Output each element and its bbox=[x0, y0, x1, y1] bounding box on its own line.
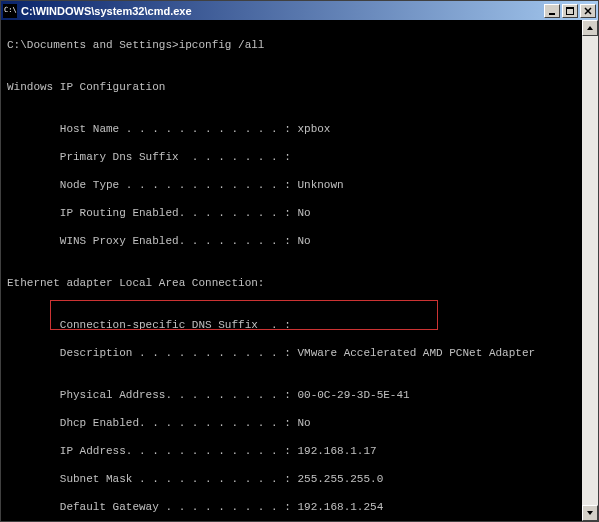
output-line: Ethernet adapter Local Area Connection: bbox=[7, 276, 592, 290]
output-line: Connection-specific DNS Suffix . : bbox=[7, 318, 592, 332]
maximize-button[interactable] bbox=[562, 4, 578, 18]
close-button[interactable] bbox=[580, 4, 596, 18]
scroll-down-button[interactable] bbox=[582, 505, 598, 521]
cmd-window: C:\WINDOWS\system32\cmd.exe C:\Documents… bbox=[0, 0, 599, 522]
output-line: IP Address. . . . . . . . . . . . : 192.… bbox=[7, 444, 592, 458]
output-line: C:\Documents and Settings>ipconfig /all bbox=[7, 38, 592, 52]
output-line: Node Type . . . . . . . . . . . . : Unkn… bbox=[7, 178, 592, 192]
prompt: C:\Documents and Settings> bbox=[7, 39, 179, 51]
output-line: Description . . . . . . . . . . . : VMwa… bbox=[7, 346, 592, 360]
window-title: C:\WINDOWS\system32\cmd.exe bbox=[21, 5, 544, 17]
console-output[interactable]: C:\Documents and Settings>ipconfig /all … bbox=[1, 20, 598, 521]
cmd-icon bbox=[3, 4, 17, 18]
chevron-down-icon bbox=[586, 509, 594, 517]
output-line: WINS Proxy Enabled. . . . . . . . : No bbox=[7, 234, 592, 248]
output-line: Physical Address. . . . . . . . . : 00-0… bbox=[7, 388, 592, 402]
scroll-up-button[interactable] bbox=[582, 20, 598, 36]
output-line: Primary Dns Suffix . . . . . . . : bbox=[7, 150, 592, 164]
scroll-track[interactable] bbox=[582, 36, 598, 505]
output-line: Default Gateway . . . . . . . . . : 192.… bbox=[7, 500, 592, 514]
vertical-scrollbar[interactable] bbox=[582, 20, 598, 521]
titlebar[interactable]: C:\WINDOWS\system32\cmd.exe bbox=[1, 1, 598, 20]
output-line: Subnet Mask . . . . . . . . . . . : 255.… bbox=[7, 472, 592, 486]
command-text: ipconfig /all bbox=[179, 39, 265, 51]
output-line: Host Name . . . . . . . . . . . . : xpbo… bbox=[7, 122, 592, 136]
output-line: Dhcp Enabled. . . . . . . . . . . : No bbox=[7, 416, 592, 430]
output-line: Windows IP Configuration bbox=[7, 80, 592, 94]
chevron-up-icon bbox=[586, 24, 594, 32]
maximize-icon bbox=[566, 7, 574, 15]
window-controls bbox=[544, 4, 596, 18]
minimize-button[interactable] bbox=[544, 4, 560, 18]
close-icon bbox=[584, 7, 592, 15]
output-line: IP Routing Enabled. . . . . . . . : No bbox=[7, 206, 592, 220]
svg-rect-2 bbox=[566, 7, 574, 9]
minimize-icon bbox=[548, 7, 556, 15]
svg-rect-0 bbox=[549, 13, 555, 15]
